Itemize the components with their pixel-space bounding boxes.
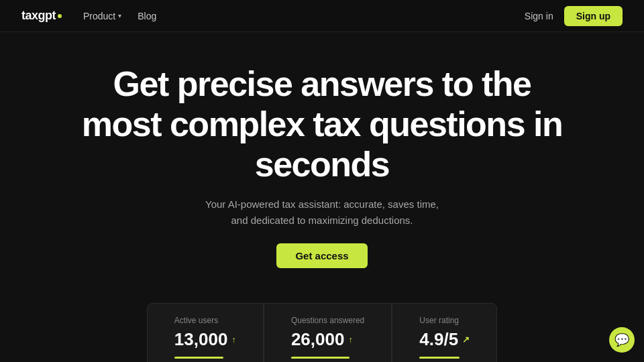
stat-value-questions: 26,000 ↑ [291,329,364,350]
chevron-down-icon: ▾ [118,12,121,19]
chat-bubble-button[interactable]: 💬 [609,327,635,353]
stat-number-rating: 4.9/5 [419,329,458,350]
stat-label-users: Active users [174,316,236,325]
stat-arrow-rating: ↗ [462,335,470,345]
stat-value-users: 13,000 ↑ [174,329,236,350]
hero-title: Get precise answers to the most complex … [80,64,564,184]
stat-label-rating: User rating [419,316,470,325]
stat-bar-users [174,357,224,359]
hero-subtitle: Your AI-powered tax assistant: accurate,… [201,196,443,229]
sign-in-button[interactable]: Sign in [525,11,553,21]
stat-number-users: 13,000 [174,329,228,350]
blog-label: Blog [138,11,156,21]
nav-link-product[interactable]: Product ▾ [83,11,121,21]
logo[interactable]: taxgpt [21,9,62,23]
stat-value-rating: 4.9/5 ↗ [419,329,470,350]
nav-left: taxgpt Product ▾ Blog [21,9,156,23]
hero-section: Get precise answers to the most complex … [0,32,644,284]
stats-section: Active users 13,000 ↑ Questions answered… [21,303,623,362]
logo-dot [58,14,62,18]
stat-number-questions: 26,000 [291,329,345,350]
chat-icon: 💬 [614,333,629,347]
navbar: taxgpt Product ▾ Blog Sign in Sign up [0,0,644,32]
nav-right: Sign in Sign up [525,6,623,26]
product-label: Product [83,11,115,21]
stat-arrow-users: ↑ [231,335,236,345]
stat-label-questions: Questions answered [291,316,364,325]
stat-card-questions: Questions answered 26,000 ↑ [264,303,392,362]
nav-links: Product ▾ Blog [83,11,156,21]
get-access-button[interactable]: Get access [276,243,367,268]
stat-card-rating: User rating 4.9/5 ↗ [392,303,497,362]
stat-card-users: Active users 13,000 ↑ [147,303,264,362]
stat-bar-questions [291,357,350,359]
nav-link-blog[interactable]: Blog [138,11,156,21]
stat-arrow-questions: ↑ [348,335,353,345]
sign-up-button[interactable]: Sign up [564,6,623,26]
logo-text: taxgpt [21,9,56,23]
stat-bar-rating [419,357,460,359]
